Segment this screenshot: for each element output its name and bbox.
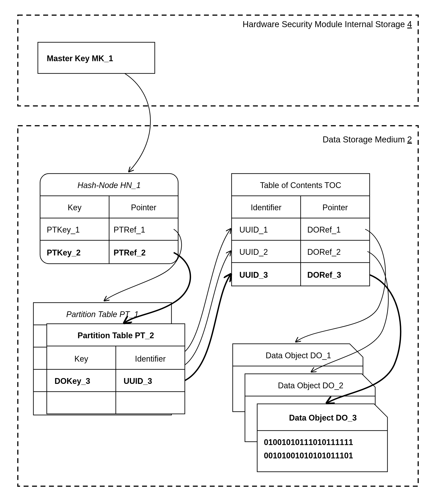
toc-col-id: Identifier (251, 203, 281, 212)
pt2-title: Partition Table PT_2 (77, 331, 154, 340)
toc-r2-ptr: DORef_3 (307, 270, 341, 279)
hash-node-r1-ptr: PTRef_2 (114, 248, 146, 257)
hash-node-r0-key: PTKey_1 (47, 225, 80, 234)
do3-bits2: 00101001010101011101 (264, 451, 353, 460)
pt2: Partition Table PT_2 Key Identifier DOKe… (47, 324, 185, 414)
do3-title: Data Object DO_3 (289, 413, 357, 422)
toc-r0-ptr: DORef_1 (307, 225, 341, 234)
pt2-row-key: DOKey_3 (55, 377, 90, 386)
toc-title: Table of Contents TOC (260, 181, 341, 190)
do1-title: Data Object DO_1 (266, 351, 331, 360)
pt2-col-id: Identifier (135, 354, 166, 363)
toc-r2-id: UUID_3 (239, 270, 268, 279)
hash-node-r0-ptr: PTRef_1 (114, 225, 145, 234)
pt2-col-key: Key (74, 354, 88, 363)
toc-col-ptr: Pointer (322, 203, 348, 212)
do3-bits1: 01001010111010111111 (264, 438, 353, 447)
hash-node: Hash-Node HN_1 Key Pointer PTKey_1 PTRef… (40, 174, 178, 264)
arrow-mk-to-hn (125, 73, 150, 171)
toc-r1-ptr: DORef_2 (307, 247, 341, 257)
hash-node-col-key: Key (68, 203, 82, 212)
do2-title: Data Object DO_2 (278, 381, 343, 390)
toc-r1-id: UUID_2 (239, 247, 268, 257)
pt2-row-id: UUID_3 (124, 377, 152, 386)
hash-node-col-ptr: Pointer (131, 203, 156, 212)
toc-r0-id: UUID_1 (239, 225, 268, 234)
pt1-title: Partition Table PT_1 (66, 310, 139, 319)
toc: Table of Contents TOC Identifier Pointer… (232, 174, 370, 286)
master-key-label: Master Key MK_1 (47, 54, 113, 63)
hsm-title: Hardware Security Module Internal Storag… (243, 20, 412, 29)
dsm-title: Data Storage Medium 2 (323, 135, 412, 144)
hash-node-r1-key: PTKey_2 (47, 248, 81, 257)
arrow-uuid3-to-toc (185, 275, 231, 380)
hash-node-title: Hash-Node HN_1 (77, 181, 141, 190)
do3: Data Object DO_3 01001010111010111111 00… (257, 404, 388, 472)
